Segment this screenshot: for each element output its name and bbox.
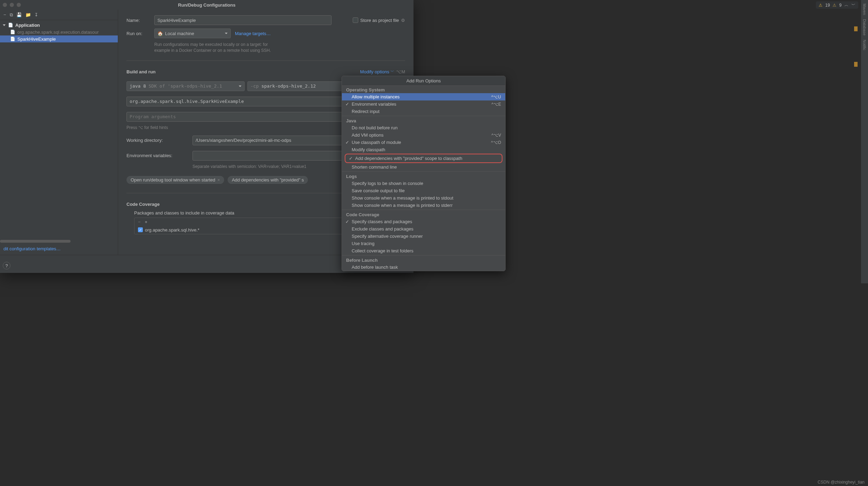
popup-item-modify-classpath[interactable]: Modify classpath [342, 146, 505, 153]
popup-item-no-build[interactable]: Do not build before run [342, 124, 505, 131]
inspection-status[interactable]: ⚠ 19 ⚠ 9 ︿ ﹀ [816, 1, 858, 9]
option-chip-provided-deps[interactable]: Add dependencies with "provided" s [228, 176, 308, 184]
home-icon: 🏠 [157, 31, 163, 36]
zoom-window-button[interactable] [17, 3, 21, 7]
edit-templates-link[interactable]: dit configuration templates… [3, 246, 61, 251]
chevron-up-icon[interactable]: ︿ [844, 2, 849, 8]
close-window-button[interactable] [3, 3, 7, 7]
popup-item-redirect-input[interactable]: Redirect input [342, 108, 505, 115]
popup-title: Add Run Options [342, 76, 505, 86]
name-label: Name: [126, 18, 150, 23]
remove-icon[interactable]: − [3, 12, 6, 17]
maven-tab[interactable]: Maven [862, 3, 867, 15]
popup-group-os: Operating System [342, 86, 505, 93]
chip-label: Open run/debug tool window when started [131, 177, 215, 183]
manage-targets-link[interactable]: Manage targets… [235, 31, 271, 36]
popup-item-exclude-classes[interactable]: Exclude classes and packages [342, 225, 505, 233]
popup-item-alt-runner[interactable]: Specify alternative coverage runner [342, 233, 505, 240]
popup-item-specify-classes[interactable]: ✓Specify classes and packages [342, 218, 505, 225]
application-icon [10, 36, 15, 42]
add-icon[interactable]: + [145, 219, 148, 225]
jdk-dropdown[interactable]: java 8 SDK of 'spark-odps-hive_2.1 [126, 81, 245, 91]
popup-item-tracing[interactable]: Use tracing [342, 240, 505, 247]
modify-options-shortcut: ⌥M [396, 69, 405, 74]
chip-label: Add dependencies with "provided" s [232, 177, 304, 183]
popup-item-classpath-module[interactable]: ✓Use classpath of module^⌥O [342, 139, 505, 146]
tree-label: SparkHiveExample [17, 37, 56, 42]
remove-icon[interactable]: − [138, 219, 141, 225]
popup-item-env-vars[interactable]: ✓ Environment variables ^⌥E [342, 100, 505, 108]
watermark: CSDN @zhixingheyi_tian [818, 480, 865, 485]
store-as-file-label: Store as project file [360, 18, 399, 23]
copy-icon[interactable]: ⧉ [10, 12, 13, 18]
dialog-titlebar: Run/Debug Configurations [0, 0, 413, 10]
gear-icon[interactable]: ⚙ [401, 18, 405, 23]
chevron-down-icon [239, 86, 241, 87]
dialog-title: Run/Debug Configurations [178, 2, 235, 8]
tree-label: org.apache.spark.sql.execution.datasour [17, 30, 99, 35]
add-run-options-popup: Add Run Options Operating System Allow m… [342, 76, 506, 271]
popup-group-before-launch: Before Launch [342, 256, 505, 264]
notifications-tab[interactable]: Notific [862, 40, 867, 50]
database-tab[interactable]: Database [862, 19, 867, 35]
application-icon [8, 22, 13, 28]
popup-item-stdout[interactable]: Show console when a message is printed t… [342, 194, 505, 202]
warning-icon: ⚠ [819, 3, 822, 8]
build-and-run-title: Build and run [126, 69, 156, 74]
help-button[interactable]: ? [3, 262, 10, 269]
folder-icon[interactable]: 📁 [25, 12, 31, 17]
checkbox-checked[interactable]: ✓ [138, 227, 143, 232]
coverage-package-label: org.apache.spark.sql.hive.* [145, 227, 199, 233]
popup-group-logs: Logs [342, 172, 505, 180]
config-type-application[interactable]: Application [0, 22, 118, 29]
popup-item-stderr[interactable]: Show console when a message is printed t… [342, 202, 505, 209]
run-on-hint: Run configurations may be executed local… [154, 42, 370, 54]
tree-label: Application [15, 23, 40, 28]
popup-item-collect-test[interactable]: Collect coverage in test folders [342, 247, 505, 254]
popup-group-java: Java [342, 117, 505, 124]
weak-warning-count: 9 [839, 3, 842, 8]
application-icon [10, 29, 15, 35]
name-input[interactable] [154, 15, 331, 25]
chevron-down-icon [3, 24, 6, 26]
right-tool-strip: Maven Database Notific [861, 0, 868, 283]
configurations-sidebar: − ⧉ 💾 📁 ↧ Application org.apache.spark.s… [0, 10, 118, 255]
save-icon[interactable]: 💾 [16, 12, 22, 17]
check-icon: ✓ [345, 102, 350, 107]
horizontal-scrollbar[interactable] [0, 240, 118, 243]
env-vars-label: Environment variables: [126, 153, 188, 158]
popup-item-allow-multiple[interactable]: Allow multiple instances ^⌥U [342, 93, 505, 100]
dropdown-value: Local machine [165, 31, 194, 36]
option-chip-tool-window[interactable]: Open run/debug tool window when started … [126, 176, 224, 184]
weak-warning-icon: ⚠ [833, 3, 836, 8]
chevron-down-icon [225, 33, 228, 34]
popup-item-provided-deps[interactable]: ✓Add dependencies with "provided" scope … [345, 155, 500, 162]
run-on-dropdown[interactable]: 🏠 Local machine [154, 29, 231, 38]
chevron-down-icon[interactable]: ﹀ [851, 2, 855, 8]
working-directory-label: Working directory: [126, 138, 188, 143]
popup-item-vm-options[interactable]: Add VM options^⌥V [342, 131, 505, 139]
close-icon[interactable]: × [218, 177, 220, 183]
run-on-label: Run on: [126, 31, 150, 36]
popup-item-logs-console[interactable]: Specify logs to be shown in console [342, 180, 505, 187]
modify-options-link[interactable]: Modify options ﹀ [360, 69, 394, 74]
popup-item-before-launch-task[interactable]: Add before launch task [342, 264, 505, 271]
popup-item-shorten-cmd[interactable]: Shorten command line [342, 163, 505, 171]
store-as-file-checkbox[interactable] [353, 17, 358, 23]
config-item-selected[interactable]: SparkHiveExample [0, 35, 118, 42]
warning-count: 19 [825, 3, 830, 8]
config-item[interactable]: org.apache.spark.sql.execution.datasour [0, 29, 118, 35]
popup-group-coverage: Code Coverage [342, 211, 505, 218]
popup-item-save-console[interactable]: Save console output to file [342, 187, 505, 194]
minimize-window-button[interactable] [10, 3, 14, 7]
sort-icon[interactable]: ↧ [34, 12, 38, 17]
